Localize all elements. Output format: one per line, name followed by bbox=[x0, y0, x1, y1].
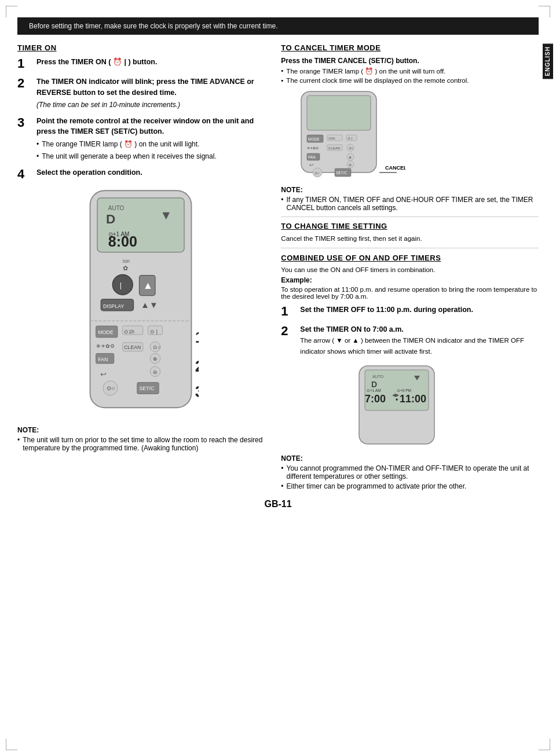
separator-1 bbox=[281, 216, 539, 217]
cancel-intro: Press the TIMER CANCEL (SET/C) button. bbox=[281, 57, 539, 65]
top-bar-text: Before setting the timer, make sure the … bbox=[29, 22, 278, 30]
svg-text:11:00: 11:00 bbox=[400, 393, 426, 405]
svg-text:▲: ▲ bbox=[142, 280, 152, 292]
cancel-bullet-1: The orange TIMER lamp ( ⏰ ) on the unit … bbox=[281, 67, 539, 75]
svg-text:8:00: 8:00 bbox=[108, 233, 137, 249]
main-content: TIMER ON 1 Press the TIMER ON ( ⏰ | ) bu… bbox=[17, 35, 539, 490]
svg-text:CLEAN: CLEAN bbox=[124, 344, 141, 350]
combined-step-1-content: Set the TIMER OFF to 11:00 p.m. during o… bbox=[300, 304, 539, 315]
svg-text:↩: ↩ bbox=[100, 370, 107, 379]
step-4: 4 Select the operation condition. bbox=[17, 167, 264, 181]
step-4-content: Select the operation condition. bbox=[36, 167, 264, 178]
step-1: 1 Press the TIMER ON ( ⏰ | ) button. bbox=[17, 57, 264, 71]
combined-note-bullet-1: You cannot programmed the ON-TIMER and O… bbox=[281, 464, 539, 480]
left-note-bullet-1: The unit will turn on prior to the set t… bbox=[17, 436, 264, 452]
svg-text:⊖: ⊖ bbox=[153, 369, 158, 375]
svg-text:DISPLAY: DISPLAY bbox=[103, 303, 124, 309]
svg-text:AUTO: AUTO bbox=[372, 375, 384, 379]
svg-text:SET/C: SET/C bbox=[139, 386, 154, 392]
combined-step-2: 2 Set the TIMER ON to 7:00 a.m. The arro… bbox=[281, 324, 539, 357]
combined-step-2-number: 2 bbox=[281, 324, 295, 338]
cancel-note-title: NOTE: bbox=[281, 186, 539, 194]
combined-step-1: 1 Set the TIMER OFF to 11:00 p.m. during… bbox=[281, 304, 539, 318]
top-bar: Before setting the timer, make sure the … bbox=[17, 17, 539, 35]
svg-text:2: 2 bbox=[195, 357, 198, 375]
step-1-content: Press the TIMER ON ( ⏰ | ) button. bbox=[36, 57, 264, 68]
svg-text:⊙+0 PM: ⊙+0 PM bbox=[397, 388, 411, 392]
svg-text:CANCEL: CANCEL bbox=[385, 165, 405, 171]
cancel-bullet-2: The current clock time will be displayed… bbox=[281, 77, 539, 84]
svg-text:FAN: FAN bbox=[308, 155, 316, 159]
svg-text:▼: ▼ bbox=[149, 300, 158, 310]
svg-text:⊖: ⊖ bbox=[349, 163, 352, 167]
remote-image-bottom: AUTO D ⊙+1 AM ⊙+0 PM 7:00 • 11:00 ◀▶ bbox=[356, 363, 463, 449]
step-1-number: 1 bbox=[17, 57, 32, 71]
step-3-bullet-1: The orange TIMER lamp ( ⏰ ) on the unit … bbox=[36, 139, 264, 149]
combined-step-2-content: Set the TIMER ON to 7:00 a.m. The arrow … bbox=[300, 324, 539, 357]
step-2: 2 The TIMER ON indicator will blink; pre… bbox=[17, 76, 264, 110]
svg-text:⊙○: ⊙○ bbox=[314, 171, 320, 175]
left-note: NOTE: The unit will turn on prior to the… bbox=[17, 426, 264, 452]
change-text: Cancel the TIMER setting first, then set… bbox=[281, 235, 539, 242]
remote-image-right: MODE ⊙1h ⊙ | ❄☀✿⚙ CLEAN ⊙○ FAN ⊕ ↩ ⊖ bbox=[298, 89, 539, 180]
corner-mark-tr bbox=[539, 6, 550, 17]
step-3-bullet-2: The unit will generate a beep when it re… bbox=[36, 151, 264, 162]
corner-mark-bl bbox=[6, 739, 17, 750]
svg-text:❄☀✿⚙: ❄☀✿⚙ bbox=[96, 343, 114, 349]
step-3-content: Point the remote control at the receiver… bbox=[36, 116, 264, 162]
svg-rect-44 bbox=[307, 96, 371, 130]
cancel-note: NOTE: If any TIMER ON, TIMER OFF and ONE… bbox=[281, 186, 539, 212]
svg-text:❄☀✿⚙: ❄☀✿⚙ bbox=[307, 146, 319, 150]
svg-text:CLEAN: CLEAN bbox=[328, 146, 340, 150]
remote-svg-bottom: AUTO D ⊙+1 AM ⊙+0 PM 7:00 • 11:00 ◀▶ bbox=[356, 363, 463, 447]
svg-text:⊙○: ⊙○ bbox=[349, 146, 354, 150]
timer-on-title: TIMER ON bbox=[17, 43, 264, 52]
step-2-content: The TIMER ON indicator will blink; press… bbox=[36, 76, 264, 110]
step-2-number: 2 bbox=[17, 76, 32, 90]
svg-text:AUTO: AUTO bbox=[108, 205, 124, 211]
page-footer: GB-11 bbox=[0, 499, 556, 509]
page-number: GB-11 bbox=[264, 499, 291, 509]
svg-text:D: D bbox=[371, 380, 377, 389]
svg-text:⊙1h: ⊙1h bbox=[124, 329, 134, 335]
svg-text:⊙○: ⊙○ bbox=[107, 386, 115, 392]
svg-text:⊕: ⊕ bbox=[349, 156, 352, 159]
svg-text:↩: ↩ bbox=[309, 162, 314, 168]
remote-svg-left: AUTO D ⊙+1 AM 8:00 Ion ✿ | ▲ DISPLAY bbox=[83, 187, 199, 419]
svg-text:MODE: MODE bbox=[98, 329, 113, 335]
separator-2 bbox=[281, 248, 539, 248]
svg-text:FAN: FAN bbox=[98, 357, 108, 363]
svg-text:✿: ✿ bbox=[122, 265, 127, 271]
svg-text:⊙○: ⊙○ bbox=[153, 344, 160, 350]
svg-text:◀▶: ◀▶ bbox=[392, 392, 400, 398]
english-label: ENGLISH bbox=[543, 43, 553, 79]
corner-mark-tl bbox=[6, 6, 17, 17]
svg-text:⊙+1 AM: ⊙+1 AM bbox=[367, 388, 381, 392]
step-4-number: 4 bbox=[17, 167, 32, 181]
combined-title: COMBINED USE OF ON AND OFF TIMERS bbox=[281, 253, 539, 263]
combined-note-bullet-2: Either timer can be programmed to activa… bbox=[281, 482, 539, 490]
corner-mark-br bbox=[539, 739, 550, 750]
step-3-number: 3 bbox=[17, 116, 32, 130]
example-text: To stop operation at 11:00 p.m. and resu… bbox=[281, 286, 539, 300]
svg-text:⊙ |: ⊙ | bbox=[348, 137, 353, 140]
remote-image-left: AUTO D ⊙+1 AM 8:00 Ion ✿ | ▲ DISPLAY bbox=[83, 187, 199, 420]
combined-note-title: NOTE: bbox=[281, 454, 539, 463]
svg-text:⊕: ⊕ bbox=[153, 356, 158, 362]
cancel-note-bullet-1: If any TIMER ON, TIMER OFF and ONE-HOUR … bbox=[281, 196, 539, 212]
svg-text:D: D bbox=[106, 212, 115, 226]
example-label: Example: bbox=[281, 276, 539, 284]
svg-text:⊙1h: ⊙1h bbox=[328, 137, 335, 140]
remote-svg-right: MODE ⊙1h ⊙ | ❄☀✿⚙ CLEAN ⊙○ FAN ⊕ ↩ ⊖ bbox=[298, 89, 405, 178]
svg-text:Ion: Ion bbox=[122, 259, 129, 265]
svg-text:7:00: 7:00 bbox=[365, 393, 386, 405]
combined-note: NOTE: You cannot programmed the ON-TIMER… bbox=[281, 454, 539, 490]
change-title: TO CHANGE TIME SETTING bbox=[281, 222, 539, 230]
svg-point-9 bbox=[112, 275, 133, 295]
combined-intro: You can use the ON and OFF timers in com… bbox=[281, 266, 539, 273]
step-3: 3 Point the remote control at the receiv… bbox=[17, 116, 264, 162]
svg-text:▲: ▲ bbox=[141, 300, 149, 310]
svg-text:SET/C: SET/C bbox=[336, 171, 347, 175]
cancel-title: TO CANCEL TIMER MODE bbox=[281, 43, 539, 52]
svg-text:1: 1 bbox=[195, 328, 198, 346]
